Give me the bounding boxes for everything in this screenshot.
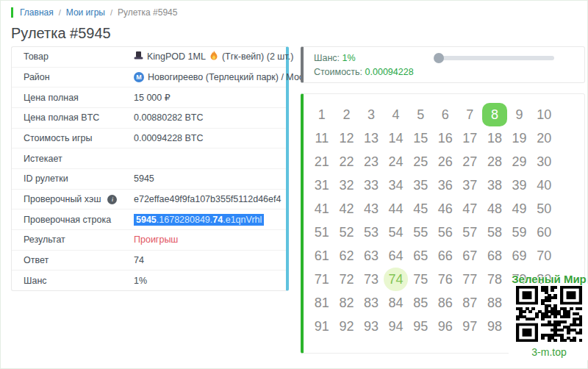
breadcrumb-my-games-link[interactable]: Мои игры [66,7,105,18]
grid-number-73[interactable]: 73 [359,268,384,291]
grid-number-57[interactable]: 57 [458,221,483,244]
grid-number-24[interactable]: 24 [384,150,409,173]
grid-number-38[interactable]: 38 [482,173,507,197]
grid-number-62[interactable]: 62 [334,244,359,268]
grid-number-12[interactable]: 12 [334,126,359,150]
grid-number-74[interactable]: 74 [384,268,409,291]
grid-number-35[interactable]: 35 [408,173,433,197]
grid-number-23[interactable]: 23 [359,150,384,173]
grid-number-70[interactable]: 70 [531,244,556,268]
grid-number-48[interactable]: 48 [482,197,507,221]
grid-number-29[interactable]: 29 [507,150,532,173]
grid-number-20[interactable]: 20 [531,126,556,150]
grid-number-88[interactable]: 88 [482,291,507,315]
grid-number-51[interactable]: 51 [309,221,334,244]
grid-number-76[interactable]: 76 [433,268,458,291]
grid-number-65[interactable]: 65 [408,244,433,268]
grid-number-85[interactable]: 85 [408,291,433,315]
grid-number-32[interactable]: 32 [334,173,359,197]
grid-number-10[interactable]: 10 [531,103,556,126]
grid-number-42[interactable]: 42 [334,197,359,221]
grid-number-16[interactable]: 16 [433,126,458,150]
table-row-full-price-btc: Цена полная BTC 0.00880282 BTC [12,107,286,128]
grid-number-2[interactable]: 2 [334,103,359,126]
grid-number-87[interactable]: 87 [458,291,483,315]
grid-number-72[interactable]: 72 [334,268,359,291]
grid-number-25[interactable]: 25 [408,150,433,173]
grid-number-28[interactable]: 28 [482,150,507,173]
grid-number-31[interactable]: 31 [309,173,334,197]
grid-number-52[interactable]: 52 [334,221,359,244]
grid-number-41[interactable]: 41 [309,197,334,221]
grid-number-98[interactable]: 98 [482,315,507,338]
grid-number-61[interactable]: 61 [309,244,334,268]
grid-number-54[interactable]: 54 [384,221,409,244]
grid-number-59[interactable]: 59 [507,221,532,244]
breadcrumb-home-link[interactable]: Главная [20,7,54,18]
grid-number-40[interactable]: 40 [531,173,556,197]
grid-number-33[interactable]: 33 [359,173,384,197]
grid-number-86[interactable]: 86 [433,291,458,315]
grid-number-44[interactable]: 44 [384,197,409,221]
grid-number-68[interactable]: 68 [482,244,507,268]
grid-number-63[interactable]: 63 [359,244,384,268]
grid-number-50[interactable]: 50 [531,197,556,221]
grid-number-47[interactable]: 47 [458,197,483,221]
grid-number-78[interactable]: 78 [482,268,507,291]
grid-number-49[interactable]: 49 [507,197,532,221]
grid-number-56[interactable]: 56 [433,221,458,244]
grid-number-19[interactable]: 19 [507,126,532,150]
grid-number-58[interactable]: 58 [482,221,507,244]
grid-number-77[interactable]: 77 [458,268,483,291]
grid-number-5[interactable]: 5 [408,103,433,126]
grid-number-82[interactable]: 82 [334,291,359,315]
grid-number-36[interactable]: 36 [433,173,458,197]
info-icon[interactable]: i [107,195,117,204]
grid-number-64[interactable]: 64 [384,244,409,268]
grid-number-26[interactable]: 26 [433,150,458,173]
grid-number-3[interactable]: 3 [359,103,384,126]
grid-number-18[interactable]: 18 [482,126,507,150]
grid-number-8[interactable]: 8 [482,103,507,126]
grid-number-94[interactable]: 94 [384,315,409,338]
grid-number-6[interactable]: 6 [433,103,458,126]
grid-number-55[interactable]: 55 [408,221,433,244]
grid-number-53[interactable]: 53 [359,221,384,244]
grid-number-97[interactable]: 97 [458,315,483,338]
grid-number-9[interactable]: 9 [507,103,532,126]
grid-number-22[interactable]: 22 [334,150,359,173]
grid-number-14[interactable]: 14 [384,126,409,150]
grid-number-15[interactable]: 15 [408,126,433,150]
grid-number-39[interactable]: 39 [507,173,532,197]
grid-number-66[interactable]: 66 [433,244,458,268]
grid-number-30[interactable]: 30 [531,150,556,173]
grid-number-84[interactable]: 84 [384,291,409,315]
grid-number-91[interactable]: 91 [309,315,334,338]
grid-number-75[interactable]: 75 [408,268,433,291]
grid-number-21[interactable]: 21 [309,150,334,173]
grid-number-95[interactable]: 95 [408,315,433,338]
grid-number-11[interactable]: 11 [309,126,334,150]
grid-number-27[interactable]: 27 [458,150,483,173]
chance-slider-handle[interactable] [434,53,444,63]
grid-number-81[interactable]: 81 [309,291,334,315]
grid-number-34[interactable]: 34 [384,173,409,197]
grid-number-1[interactable]: 1 [309,103,334,126]
grid-number-46[interactable]: 46 [433,197,458,221]
grid-number-7[interactable]: 7 [458,103,483,126]
grid-number-45[interactable]: 45 [408,197,433,221]
grid-number-83[interactable]: 83 [359,291,384,315]
grid-number-13[interactable]: 13 [359,126,384,150]
grid-number-67[interactable]: 67 [458,244,483,268]
grid-number-37[interactable]: 37 [458,173,483,197]
grid-number-43[interactable]: 43 [359,197,384,221]
chance-slider-track[interactable] [434,56,554,60]
grid-number-92[interactable]: 92 [334,315,359,338]
grid-number-93[interactable]: 93 [359,315,384,338]
grid-number-69[interactable]: 69 [507,244,532,268]
grid-number-4[interactable]: 4 [384,103,409,126]
grid-number-60[interactable]: 60 [531,221,556,244]
grid-number-96[interactable]: 96 [433,315,458,338]
grid-number-71[interactable]: 71 [309,268,334,291]
grid-number-17[interactable]: 17 [458,126,483,150]
